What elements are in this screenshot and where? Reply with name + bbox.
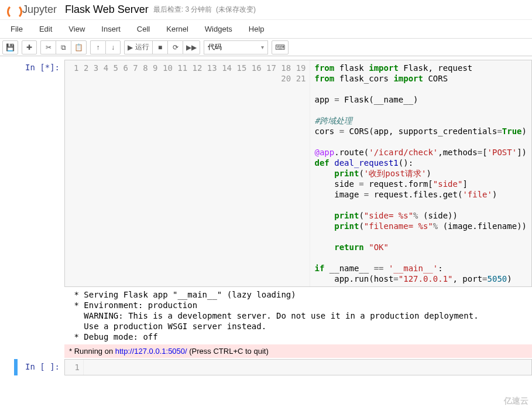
code-editor[interactable]: 1	[64, 359, 532, 375]
line-number-gutter: 1	[65, 360, 84, 375]
run-icon: ▶	[128, 43, 133, 52]
arrow-up-icon: ↑	[97, 43, 100, 52]
menu-view[interactable]: View	[60, 21, 93, 37]
menu-cell[interactable]: Cell	[129, 21, 158, 37]
move-up-button[interactable]: ↑	[90, 40, 105, 54]
paste-icon: 📋	[74, 43, 83, 52]
restart-icon: ⟳	[173, 43, 179, 52]
cut-button[interactable]: ✂	[40, 40, 56, 54]
save-icon: 💾	[6, 43, 15, 52]
code-text[interactable]: from flask import Flask, request from fl…	[310, 60, 532, 286]
code-cell[interactable]: In [*]: 1 2 3 4 5 6 7 8 9 10 11 12 13 14…	[0, 60, 532, 358]
menu-edit[interactable]: Edit	[31, 21, 60, 37]
restart-button[interactable]: ⟳	[167, 40, 183, 54]
menubar: File Edit View Insert Cell Kernel Widget…	[0, 20, 532, 39]
header: Jupyter Flask Web Server 最后检查: 3 分钟前 (未保…	[0, 0, 532, 20]
line-number-gutter: 1 2 3 4 5 6 7 8 9 10 11 12 13 14 15 16 1…	[65, 60, 310, 286]
menu-file[interactable]: File	[2, 21, 31, 37]
notebook-name[interactable]: Flask Web Server	[65, 4, 149, 16]
arrow-down-icon: ↓	[111, 43, 115, 52]
celltype-select[interactable]: 代码	[204, 40, 268, 54]
logo[interactable]: Jupyter	[5, 2, 57, 18]
copy-button[interactable]: ⧉	[56, 40, 71, 54]
input-prompt: In [ ]:	[0, 359, 64, 375]
paste-button[interactable]: 📋	[71, 40, 87, 54]
run-button[interactable]: ▶运行	[124, 40, 152, 54]
code-text[interactable]	[84, 360, 531, 375]
code-cell[interactable]: In [ ]: 1	[0, 359, 532, 375]
save-button[interactable]: 💾	[2, 40, 18, 54]
menu-insert[interactable]: Insert	[93, 21, 129, 37]
move-down-button[interactable]: ↓	[105, 40, 121, 54]
fast-forward-icon: ▶▶	[186, 43, 197, 52]
toolbar: 💾 ✚ ✂ ⧉ 📋 ↑ ↓ ▶运行 ■ ⟳ ▶▶ 代码 ⌨	[0, 39, 532, 56]
menu-kernel[interactable]: Kernel	[158, 21, 197, 37]
stop-icon: ■	[158, 43, 162, 52]
output-running: * Running on http://127.0.0.1:5050/ (Pre…	[64, 344, 532, 358]
keyboard-icon: ⌨	[275, 43, 285, 52]
jupyter-icon	[5, 2, 21, 18]
server-url-link[interactable]: http://127.0.0.1:5050/	[115, 347, 187, 356]
run-all-button[interactable]: ▶▶	[183, 40, 200, 54]
menu-widgets[interactable]: Widgets	[197, 21, 241, 37]
last-check-info: 最后检查: 3 分钟前 (未保存改变)	[153, 5, 256, 15]
output-area: * Serving Flask app "__main__" (lazy loa…	[64, 287, 532, 344]
stop-button[interactable]: ■	[152, 40, 167, 54]
menu-help[interactable]: Help	[241, 21, 273, 37]
logo-text: Jupyter	[22, 4, 57, 16]
input-prompt: In [*]:	[0, 60, 64, 358]
code-editor[interactable]: 1 2 3 4 5 6 7 8 9 10 11 12 13 14 15 16 1…	[64, 60, 532, 287]
command-palette-button[interactable]: ⌨	[272, 40, 289, 54]
copy-icon: ⧉	[61, 43, 66, 52]
notebook: In [*]: 1 2 3 4 5 6 7 8 9 10 11 12 13 14…	[0, 56, 532, 382]
cut-icon: ✂	[46, 43, 52, 52]
add-cell-button[interactable]: ✚	[22, 40, 37, 54]
